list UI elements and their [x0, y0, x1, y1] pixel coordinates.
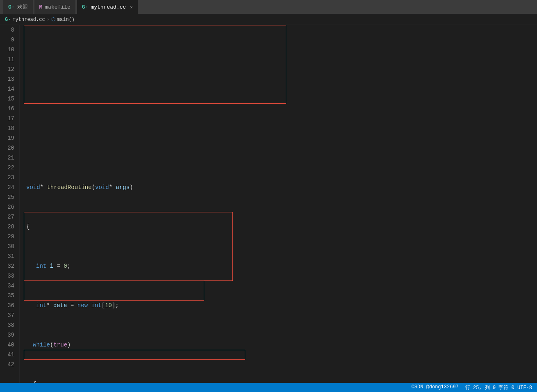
ln-19: 19 [7, 133, 14, 143]
red-box-1 [24, 25, 286, 104]
mythread-tab-icon: G· [82, 4, 89, 10]
ln-21: 21 [7, 153, 14, 163]
ln-11: 11 [7, 55, 14, 64]
breadcrumb-file: mythread.cc [12, 17, 45, 23]
ln-22: 22 [7, 163, 14, 173]
status-csdn: CSDN @dong132697 [412, 384, 459, 391]
ln-17: 17 [7, 114, 14, 123]
welcome-tab-icon: G· [8, 4, 15, 10]
status-bar: CSDN @dong132697 行 25, 列 9 字符 0 UTF-8 [0, 383, 537, 392]
ln-15: 15 [7, 94, 14, 104]
red-box-3 [24, 281, 204, 301]
status-position: 行 25, 列 9 字符 0 UTF-8 [465, 384, 532, 391]
ln-41: 41 [7, 350, 14, 360]
title-bar: G· 欢迎 M makefile G· mythread.cc ✕ [0, 0, 537, 14]
ln-24: 24 [7, 182, 14, 192]
ln-35: 35 [7, 291, 14, 301]
ln-16: 16 [7, 104, 14, 114]
ln-25: 25 [7, 192, 14, 202]
ln-36: 36 [7, 301, 14, 310]
ln-38: 38 [7, 320, 14, 330]
breadcrumb-func: main() [57, 17, 75, 23]
ln-30: 30 [7, 242, 14, 251]
ln-23: 23 [7, 173, 14, 182]
tab-welcome-label: 欢迎 [17, 3, 28, 11]
status-right: CSDN @dong132697 行 25, 列 9 字符 0 UTF-8 [412, 384, 532, 391]
ln-14: 14 [7, 84, 14, 94]
code-line-12: while(true) [26, 340, 537, 350]
ln-37: 37 [7, 310, 14, 320]
code-line-13: { [26, 379, 537, 383]
ln-9: 9 [7, 35, 14, 45]
ln-28: 28 [7, 222, 14, 232]
code-line-11: int* data = new int[10]; [26, 301, 537, 310]
ln-29: 29 [7, 232, 14, 242]
ln-34: 34 [7, 281, 14, 291]
ln-10: 10 [7, 45, 14, 55]
ln-18: 18 [7, 123, 14, 133]
ln-26: 26 [7, 202, 14, 212]
ln-31: 31 [7, 251, 14, 261]
ln-13: 13 [7, 74, 14, 84]
makefile-tab-icon: M [39, 4, 43, 10]
code-line-8: void* threadRoutine(void* args) [26, 182, 537, 192]
red-box-4 [24, 350, 245, 360]
ln-32: 32 [7, 261, 14, 271]
breadcrumb-func-icon: ⬡ [51, 16, 55, 23]
tab-welcome[interactable]: G· 欢迎 [3, 0, 33, 14]
tab-makefile-label: makefile [45, 4, 70, 10]
ln-20: 20 [7, 143, 14, 153]
tab-mythread-label: mythread.cc [91, 4, 126, 10]
ln-12: 12 [7, 64, 14, 74]
breadcrumb-file-icon: G· [5, 17, 11, 23]
breadcrumb-sep: › [47, 17, 50, 23]
line-numbers: 8 9 10 11 12 13 14 15 16 17 18 19 20 21 … [0, 25, 20, 383]
tab-makefile[interactable]: M makefile [34, 0, 75, 14]
ln-39: 39 [7, 330, 14, 340]
editor: 8 9 10 11 12 13 14 15 16 17 18 19 20 21 … [0, 25, 537, 383]
ln-8: 8 [7, 25, 14, 35]
tab-close-icon[interactable]: ✕ [130, 5, 133, 10]
tab-mythread[interactable]: G· mythread.cc ✕ [77, 0, 138, 14]
ln-42: 42 [7, 360, 14, 369]
ln-27: 27 [7, 212, 14, 222]
code-line-10: int i = 0; [26, 261, 537, 271]
code-content[interactable]: void* threadRoutine(void* args) { int i … [20, 25, 537, 383]
code-line-9: { [26, 222, 537, 232]
ln-40: 40 [7, 340, 14, 350]
ln-33: 33 [7, 271, 14, 281]
breadcrumb: G· mythread.cc › ⬡ main() [0, 14, 537, 25]
